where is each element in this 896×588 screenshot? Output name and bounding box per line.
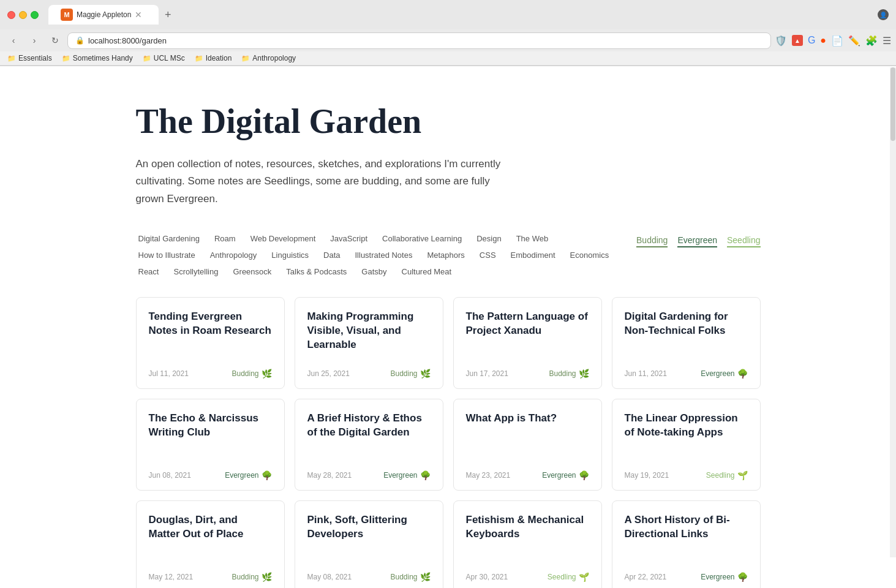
card-date: Jun 25, 2021 (307, 369, 350, 378)
tag-roam[interactable]: Roam (212, 233, 238, 244)
card-4[interactable]: Digital Gardening for Non-Technical Folk… (612, 297, 761, 389)
minimize-button[interactable] (19, 11, 27, 19)
browser-window: M Maggie Appleton ✕ + 👤 ‹ › ↻ 🔒 localhos… (0, 0, 896, 588)
bookmark-anthropology[interactable]: 📁 Anthropology (241, 54, 296, 62)
card-status: Budding 🌿 (232, 369, 271, 379)
tag-design[interactable]: Design (474, 233, 503, 244)
scrollbar[interactable] (890, 67, 896, 557)
back-button[interactable]: ‹ (5, 32, 22, 49)
extension-icon-3[interactable]: ● (820, 35, 826, 46)
card-1[interactable]: Tending Evergreen Notes in Roam Research… (136, 297, 285, 389)
tag-the-web[interactable]: The Web (514, 233, 551, 244)
tag-filters: Digital Gardening Roam Web Development J… (136, 233, 614, 277)
card-footer: Jul 11, 2021 Budding 🌿 (149, 369, 272, 379)
card-title: Fetishism & Mechanical Keyboards (466, 513, 589, 541)
cards-grid: Tending Evergreen Notes in Roam Research… (136, 297, 761, 588)
card-status: Seedling 🌱 (706, 470, 748, 480)
card-date: Jun 11, 2021 (625, 369, 667, 378)
status-label: Budding (549, 369, 576, 378)
page-title: The Digital Garden (136, 103, 761, 141)
browser-tab[interactable]: M Maggie Appleton ✕ (48, 5, 159, 24)
tag-metaphors[interactable]: Metaphors (424, 249, 467, 261)
tag-scrollytelling[interactable]: Scrollytelling (171, 266, 220, 277)
tag-cultured-meat[interactable]: Cultured Meat (399, 266, 454, 277)
close-button[interactable] (7, 11, 15, 19)
tag-greensock[interactable]: Greensock (230, 266, 274, 277)
extensions-button[interactable]: 🧩 (865, 35, 878, 47)
budding-icon: 🌿 (262, 572, 272, 582)
filter-evergreen[interactable]: Evergreen (677, 234, 717, 247)
tag-gatsby[interactable]: Gatsby (359, 266, 389, 277)
card-status: Evergreen 🌳 (225, 470, 271, 480)
extension-icon-5[interactable]: ✏️ (848, 35, 860, 47)
tab-close-button[interactable]: ✕ (135, 10, 142, 20)
card-10[interactable]: Pink, Soft, Glittering Developers May 08… (295, 500, 443, 588)
seedling-icon: 🌱 (579, 572, 589, 582)
card-5[interactable]: The Echo & Narcissus Writing Club Jun 08… (136, 399, 285, 491)
card-12[interactable]: A Short History of Bi-Directional Links … (612, 500, 761, 588)
tag-css[interactable]: CSS (477, 249, 499, 261)
folder-icon: 📁 (62, 55, 70, 62)
card-footer: Jun 17, 2021 Budding 🌿 (466, 369, 589, 379)
card-date: Apr 22, 2021 (625, 573, 667, 581)
tag-javascript[interactable]: JavaScript (328, 233, 370, 244)
card-footer: Jun 08, 2021 Evergreen 🌳 (149, 470, 272, 480)
bookmark-ideation[interactable]: 📁 Ideation (195, 54, 232, 62)
refresh-button[interactable]: ↻ (47, 32, 64, 49)
evergreen-icon: 🌳 (737, 369, 748, 379)
evergreen-icon: 🌳 (579, 470, 589, 480)
bookmark-essentials[interactable]: 📁 Essentials (7, 54, 52, 62)
card-3[interactable]: The Pattern Language of Project Xanadu J… (453, 297, 602, 389)
tag-web-development[interactable]: Web Development (248, 233, 318, 244)
bookmark-ucl-msc[interactable]: 📁 UCL MSc (143, 54, 185, 62)
card-date: Jun 17, 2021 (466, 369, 508, 378)
card-7[interactable]: What App is That? May 23, 2021 Evergreen… (453, 399, 602, 491)
filter-budding[interactable]: Budding (636, 234, 668, 247)
new-tab-button[interactable]: + (165, 9, 171, 21)
extension-icon-1[interactable]: ▲ (792, 35, 803, 46)
address-bar[interactable]: 🔒 localhost:8000/garden (67, 32, 771, 49)
seedling-icon: 🌱 (737, 470, 748, 480)
tag-collaborative-learning[interactable]: Collaborative Learning (380, 233, 464, 244)
card-11[interactable]: Fetishism & Mechanical Keyboards Apr 30,… (453, 500, 602, 588)
browser-menu-button[interactable]: ☰ (883, 35, 891, 47)
folder-icon: 📁 (143, 55, 151, 62)
tag-economics[interactable]: Economics (568, 249, 612, 261)
evergreen-icon: 🌳 (737, 572, 748, 582)
card-footer: Jun 11, 2021 Evergreen 🌳 (625, 369, 748, 379)
tag-anthropology[interactable]: Anthropology (208, 249, 260, 261)
card-footer: May 28, 2021 Evergreen 🌳 (307, 470, 431, 480)
card-title: Pink, Soft, Glittering Developers (307, 513, 431, 541)
tag-data[interactable]: Data (321, 249, 342, 261)
shield-icon[interactable]: 🛡️ (775, 35, 787, 47)
tag-illustrated-notes[interactable]: Illustrated Notes (353, 249, 415, 261)
tag-react[interactable]: React (136, 266, 162, 277)
status-label: Budding (232, 573, 258, 581)
card-6[interactable]: A Brief History & Ethos of the Digital G… (295, 399, 443, 491)
forward-button[interactable]: › (26, 32, 43, 49)
card-9[interactable]: Douglas, Dirt, and Matter Out of Place M… (136, 500, 285, 588)
bookmark-sometimes-handy[interactable]: 📁 Sometimes Handy (62, 54, 133, 62)
card-2[interactable]: Making Programming Visible, Visual, and … (295, 297, 443, 389)
scroll-thumb[interactable] (890, 67, 895, 141)
tag-linguistics[interactable]: Linguistics (269, 249, 311, 261)
card-status: Budding 🌿 (549, 369, 589, 379)
maximize-button[interactable] (31, 11, 39, 19)
filter-seedling[interactable]: Seedling (727, 234, 761, 247)
tag-digital-gardening[interactable]: Digital Gardening (136, 233, 202, 244)
tag-embodiment[interactable]: Embodiment (508, 249, 558, 261)
card-8[interactable]: The Linear Oppression of Note-taking App… (612, 399, 761, 491)
status-label: Evergreen (701, 573, 734, 581)
tag-talks-podcasts[interactable]: Talks & Podcasts (284, 266, 349, 277)
card-title: A Brief History & Ethos of the Digital G… (307, 412, 431, 440)
card-footer: May 08, 2021 Budding 🌿 (307, 572, 431, 582)
profile-icon[interactable]: 👤 (878, 9, 889, 20)
card-date: May 12, 2021 (149, 573, 194, 581)
card-title: The Echo & Narcissus Writing Club (149, 412, 272, 440)
extension-icon-2[interactable]: G (808, 35, 815, 46)
card-status: Evergreen 🌳 (542, 470, 589, 480)
tag-how-to-illustrate[interactable]: How to Illustrate (136, 249, 198, 261)
status-label: Budding (390, 369, 417, 378)
extension-icon-4[interactable]: 📄 (831, 35, 843, 47)
folder-icon: 📁 (195, 55, 203, 62)
